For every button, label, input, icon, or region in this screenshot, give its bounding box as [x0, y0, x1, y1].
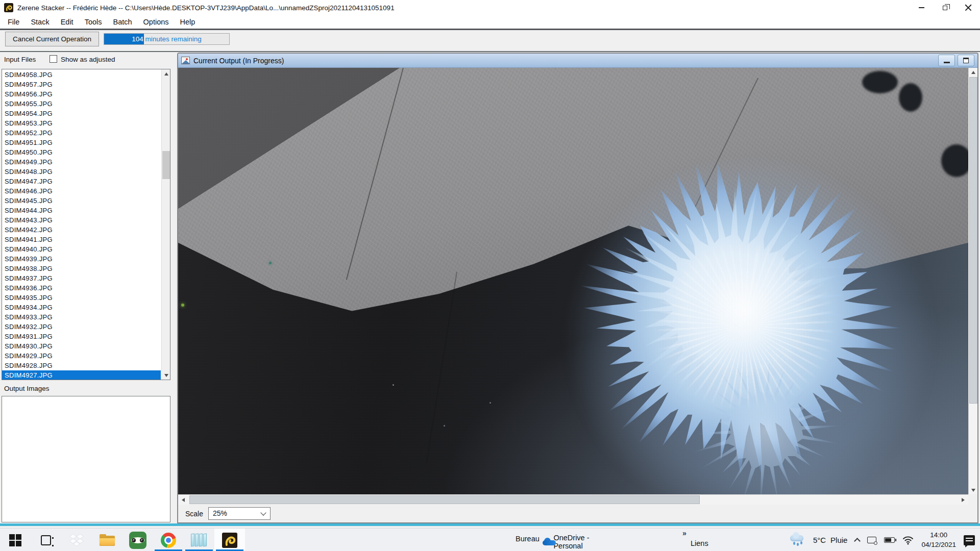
file-list-item[interactable]: SDIM4938.JPG	[2, 264, 161, 273]
menu-item-help[interactable]: Help	[175, 15, 201, 29]
menu-item-options[interactable]: Options	[138, 15, 175, 29]
input-file-list: SDIM4958.JPGSDIM4957.JPGSDIM4956.JPGSDIM…	[2, 69, 170, 380]
taskbar-apps	[0, 529, 245, 551]
weather-icon[interactable]	[790, 534, 805, 546]
menu-item-file[interactable]: File	[2, 15, 25, 29]
app-logo-icon	[4, 3, 13, 12]
scale-select[interactable]: 25%	[208, 507, 271, 520]
file-list-item[interactable]: SDIM4947.JPG	[2, 177, 161, 186]
scroll-down-arrow-icon[interactable]	[162, 371, 170, 380]
file-list-item[interactable]: SDIM4950.JPG	[2, 147, 161, 157]
minimize-button[interactable]	[910, 0, 933, 15]
file-rows: SDIM4958.JPGSDIM4957.JPGSDIM4956.JPGSDIM…	[2, 70, 161, 380]
file-list-item[interactable]: SDIM4940.JPG	[2, 244, 161, 254]
file-list-item[interactable]: SDIM4933.JPG	[2, 312, 161, 322]
file-list-item[interactable]: SDIM4952.JPG	[2, 128, 161, 138]
weather-condition[interactable]: Pluie	[830, 536, 847, 544]
file-explorer-icon	[100, 534, 115, 546]
scroll-up-arrow-icon[interactable]	[162, 69, 170, 78]
file-list-item[interactable]: SDIM4946.JPG	[2, 186, 161, 196]
scale-value: 25%	[213, 509, 227, 517]
wifi-icon[interactable]	[902, 536, 914, 545]
menu-item-edit[interactable]: Edit	[55, 15, 79, 29]
file-list-item[interactable]: SDIM4951.JPG	[2, 138, 161, 147]
cancel-current-operation-button[interactable]: Cancel Current Operation	[5, 32, 99, 46]
viewer-hscroll-thumb[interactable]	[189, 495, 700, 504]
chevron-down-icon	[260, 510, 266, 515]
weather-temperature[interactable]: 5°C	[813, 536, 826, 544]
file-list-item[interactable]: SDIM4942.JPG	[2, 225, 161, 235]
file-list-scroll-thumb[interactable]	[162, 151, 170, 179]
current-output-titlebar[interactable]: Current Output (In Progress)	[178, 54, 977, 68]
scroll-up-arrow-icon[interactable]	[969, 68, 977, 77]
file-list-item[interactable]: SDIM4943.JPG	[2, 215, 161, 225]
tripadvisor-button[interactable]	[122, 529, 153, 551]
photo-grain	[178, 68, 968, 494]
image-stack-app-button[interactable]	[184, 529, 214, 551]
progress-bar: 104 minutes remaining 104 minutes remain…	[104, 33, 230, 45]
file-list-item[interactable]: SDIM4955.JPG	[2, 99, 161, 109]
toolbar-overflow-chevron[interactable]: »	[682, 529, 687, 537]
action-center-icon[interactable]	[964, 535, 975, 545]
liens-toolbar[interactable]: Liens	[691, 539, 708, 547]
scroll-down-arrow-icon[interactable]	[969, 486, 977, 494]
viewer-vertical-scrollbar[interactable]	[968, 68, 977, 494]
window-controls	[910, 0, 980, 15]
chrome-button[interactable]	[153, 529, 184, 551]
restore-button[interactable]	[933, 0, 957, 15]
cast-icon[interactable]	[867, 537, 876, 543]
close-button[interactable]	[957, 0, 980, 15]
viewer-vscroll-thumb[interactable]	[969, 77, 977, 404]
taskbar-clock[interactable]: 14:00 04/12/2021	[921, 531, 956, 549]
file-list-item[interactable]: SDIM4935.JPG	[2, 293, 161, 303]
battery-icon[interactable]	[884, 537, 895, 543]
menu-item-batch[interactable]: Batch	[108, 15, 138, 29]
file-list-item[interactable]: SDIM4929.JPG	[2, 351, 161, 361]
output-image-preview	[178, 68, 968, 494]
menu-item-tools[interactable]: Tools	[79, 15, 108, 29]
start-button[interactable]	[0, 529, 31, 551]
window-title: Zerene Stacker -- Frédéric Hède -- C:\Us…	[17, 4, 395, 12]
viewer-minimize-button[interactable]	[938, 55, 955, 66]
show-as-adjusted-checkbox[interactable]	[50, 55, 57, 63]
input-files-panel: Input Files Show as adjusted SDIM4958.JP…	[0, 52, 173, 523]
chrome-icon	[161, 533, 176, 548]
bureau-toolbar[interactable]: Bureau	[516, 535, 540, 543]
dropbox-button[interactable]	[61, 529, 92, 551]
taskbar: Bureau OneDrive - Personal » Liens 5°C P…	[0, 528, 980, 551]
scroll-right-arrow-icon[interactable]	[958, 495, 968, 505]
file-list-item[interactable]: SDIM4956.JPG	[2, 89, 161, 99]
file-list-item[interactable]: SDIM4949.JPG	[2, 157, 161, 167]
viewer-horizontal-scrollbar[interactable]	[178, 494, 968, 505]
file-list-item[interactable]: SDIM4958.JPG	[2, 70, 161, 80]
maximize-icon	[963, 58, 969, 63]
toolbar: Cancel Current Operation 104 minutes rem…	[0, 30, 980, 51]
file-list-item[interactable]: SDIM4936.JPG	[2, 283, 161, 293]
file-list-item[interactable]: SDIM4954.JPG	[2, 109, 161, 118]
scroll-left-arrow-icon[interactable]	[178, 495, 188, 505]
file-list-item[interactable]: SDIM4930.JPG	[2, 341, 161, 351]
system-tray: 5°C Pluie 14:00 04/12/2021	[790, 529, 980, 551]
menu-item-stack[interactable]: Stack	[25, 15, 55, 29]
file-list-item[interactable]: SDIM4927.JPG	[2, 370, 161, 380]
file-list-item[interactable]: SDIM4939.JPG	[2, 254, 161, 264]
file-list-item[interactable]: SDIM4928.JPG	[2, 361, 161, 370]
hidden-icons-chevron[interactable]	[854, 538, 861, 544]
zerene-stacker-button[interactable]	[214, 529, 245, 551]
file-list-item[interactable]: SDIM4937.JPG	[2, 273, 161, 283]
file-list-item[interactable]: SDIM4945.JPG	[2, 196, 161, 206]
file-explorer-button[interactable]	[92, 529, 122, 551]
output-images-list	[2, 396, 170, 522]
task-view-button[interactable]	[31, 529, 61, 551]
file-list-item[interactable]: SDIM4934.JPG	[2, 303, 161, 312]
viewer-maximize-button[interactable]	[958, 55, 974, 66]
file-list-item[interactable]: SDIM4957.JPG	[2, 80, 161, 89]
file-list-scrollbar[interactable]	[161, 69, 170, 380]
file-list-item[interactable]: SDIM4948.JPG	[2, 167, 161, 177]
onedrive-toolbar[interactable]: OneDrive - Personal	[543, 534, 591, 550]
file-list-item[interactable]: SDIM4941.JPG	[2, 235, 161, 244]
file-list-item[interactable]: SDIM4931.JPG	[2, 332, 161, 341]
file-list-item[interactable]: SDIM4932.JPG	[2, 322, 161, 332]
file-list-item[interactable]: SDIM4944.JPG	[2, 206, 161, 215]
file-list-item[interactable]: SDIM4953.JPG	[2, 118, 161, 128]
